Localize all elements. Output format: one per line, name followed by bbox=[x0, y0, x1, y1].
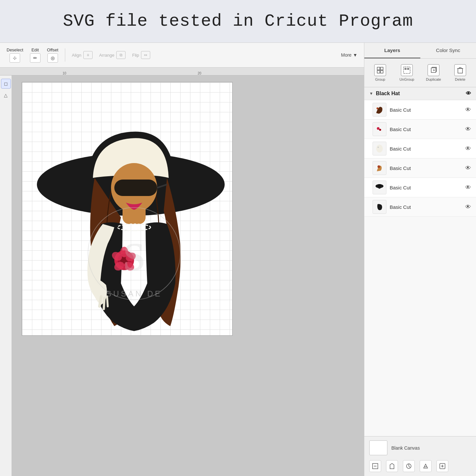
ungroup-button[interactable]: UnGroup bbox=[394, 63, 419, 83]
deselect-button[interactable]: Deselect ⊹ bbox=[7, 47, 23, 63]
svg-rect-21 bbox=[380, 67, 383, 70]
layer-eye-4[interactable]: 👁 bbox=[463, 163, 473, 173]
layer-name-6: Basic Cut bbox=[390, 204, 460, 210]
layer-thumb-4 bbox=[373, 161, 386, 175]
select-tool-btn[interactable]: ◻ bbox=[1, 79, 11, 89]
flip-button[interactable]: Flip ⇔ bbox=[132, 51, 150, 59]
arrange-label: Arrange bbox=[99, 53, 114, 58]
more-label: More bbox=[341, 52, 351, 58]
art-canvas: S SUSAN DE bbox=[22, 82, 233, 336]
deselect-label: Deselect bbox=[7, 47, 23, 52]
ungroup-icon bbox=[401, 64, 413, 76]
layer-thumb-2 bbox=[373, 122, 386, 136]
layer-group-header[interactable]: ▼ Black Hat 👁 bbox=[364, 87, 476, 100]
bottom-icon-1[interactable] bbox=[369, 460, 381, 472]
layer-thumb-3 bbox=[373, 142, 386, 155]
more-button[interactable]: More ▼ bbox=[341, 52, 357, 58]
layer-eye-5[interactable]: 👁 bbox=[463, 183, 473, 192]
layer-name-3: Basic Cut bbox=[390, 146, 460, 152]
bottom-icon-4[interactable] bbox=[420, 460, 432, 472]
top-banner: SVG file tested in Cricut Program bbox=[0, 0, 476, 43]
layer-item[interactable]: Basic Cut 👁 bbox=[364, 139, 476, 158]
blank-canvas-thumb bbox=[369, 440, 387, 455]
duplicate-button[interactable]: Duplicate bbox=[421, 63, 446, 83]
group-name: Black Hat bbox=[376, 91, 400, 97]
ruler-mark-20: 20 bbox=[198, 71, 201, 75]
delete-icon bbox=[454, 64, 466, 76]
delete-label: Delete bbox=[455, 77, 465, 81]
group-button[interactable]: Group bbox=[368, 63, 393, 83]
shape-tool-btn[interactable]: △ bbox=[1, 90, 11, 100]
flip-icon: ⇔ bbox=[141, 51, 150, 59]
separator-1 bbox=[65, 48, 65, 62]
svg-line-46 bbox=[409, 466, 410, 467]
svg-point-36 bbox=[379, 129, 381, 131]
arrange-icon: ⧉ bbox=[116, 51, 126, 59]
svg-rect-41 bbox=[378, 184, 381, 187]
svg-point-38 bbox=[378, 147, 379, 148]
duplicate-icon bbox=[428, 64, 439, 76]
svg-point-39 bbox=[378, 165, 380, 168]
tab-color-sync[interactable]: Color Sync bbox=[420, 43, 476, 58]
layer-name-5: Basic Cut bbox=[390, 185, 460, 190]
group-chevron-icon: ▼ bbox=[369, 91, 373, 96]
layers-list[interactable]: ▼ Black Hat 👁 Basic Cut 👁 bbox=[364, 87, 476, 436]
flip-label: Flip bbox=[132, 53, 139, 58]
group-eye-icon[interactable]: 👁 bbox=[466, 91, 471, 97]
svg-line-6 bbox=[104, 298, 104, 309]
right-panel: Layers Color Sync Group UnGroup bbox=[364, 43, 476, 476]
bottom-icon-2[interactable] bbox=[386, 460, 398, 472]
ruler-top: 10 20 bbox=[0, 68, 364, 75]
layer-item[interactable]: Basic Cut 👁 bbox=[364, 100, 476, 120]
canvas-work-area: ◻ △ bbox=[0, 75, 364, 476]
layer-eye-1[interactable]: 👁 bbox=[463, 105, 473, 114]
layer-thumb-5 bbox=[373, 181, 386, 194]
layer-item[interactable]: Basic Cut 👁 bbox=[364, 197, 476, 217]
panel-tabs: Layers Color Sync bbox=[364, 43, 476, 59]
blank-canvas-label: Blank Canvas bbox=[391, 445, 420, 451]
layer-eye-6[interactable]: 👁 bbox=[463, 202, 473, 211]
align-icon: ≡ bbox=[83, 51, 93, 59]
svg-rect-29 bbox=[458, 69, 462, 73]
more-chevron-icon: ▼ bbox=[353, 52, 357, 58]
delete-button[interactable]: Delete bbox=[448, 63, 473, 83]
svg-point-37 bbox=[376, 145, 383, 153]
svg-rect-3 bbox=[114, 180, 157, 196]
group-label: Group bbox=[375, 77, 385, 81]
offset-icon: ◎ bbox=[47, 53, 58, 63]
svg-point-35 bbox=[377, 127, 379, 130]
svg-text:S: S bbox=[123, 235, 145, 279]
bottom-icon-5[interactable] bbox=[436, 460, 448, 472]
arrange-button[interactable]: Arrange ⧉ bbox=[99, 51, 126, 59]
align-label: Align bbox=[72, 53, 81, 58]
panel-toolbar: Group UnGroup Duplicate Delete bbox=[364, 59, 476, 87]
ungroup-label: UnGroup bbox=[400, 77, 414, 81]
canvas-area: Deselect ⊹ Edit ✏ Offset ◎ Align ≡ Arran… bbox=[0, 43, 364, 476]
svg-rect-25 bbox=[405, 68, 406, 70]
toolbar: Deselect ⊹ Edit ✏ Offset ◎ Align ≡ Arran… bbox=[0, 43, 364, 68]
layer-eye-3[interactable]: 👁 bbox=[463, 144, 473, 153]
svg-point-8 bbox=[118, 224, 151, 231]
banner-title: SVG file tested in Cricut Program bbox=[63, 12, 413, 31]
layer-item[interactable]: Basic Cut 👁 bbox=[364, 178, 476, 197]
duplicate-label: Duplicate bbox=[426, 77, 441, 81]
layer-eye-2[interactable]: 👁 bbox=[463, 125, 473, 134]
edit-button[interactable]: Edit ✏ bbox=[30, 47, 41, 63]
svg-illustration: S SUSAN DE bbox=[29, 86, 226, 333]
layer-item[interactable]: Basic Cut 👁 bbox=[364, 158, 476, 178]
layer-thumb-1 bbox=[373, 103, 386, 117]
main-content: Deselect ⊹ Edit ✏ Offset ◎ Align ≡ Arran… bbox=[0, 43, 476, 476]
blank-canvas-item: Blank Canvas bbox=[369, 440, 471, 455]
svg-rect-20 bbox=[377, 67, 380, 70]
left-tool-strip: ◻ △ bbox=[0, 75, 12, 476]
tab-layers[interactable]: Layers bbox=[364, 43, 420, 58]
canvas-grid[interactable]: S SUSAN DE bbox=[12, 75, 364, 476]
group-icon bbox=[374, 64, 386, 76]
align-button[interactable]: Align ≡ bbox=[72, 51, 93, 59]
offset-button[interactable]: Offset ◎ bbox=[47, 47, 58, 63]
svg-point-34 bbox=[377, 107, 378, 109]
bottom-icon-3[interactable] bbox=[403, 460, 415, 472]
layer-item[interactable]: Basic Cut 👁 bbox=[364, 120, 476, 139]
svg-line-5 bbox=[99, 296, 101, 306]
layer-thumb-6 bbox=[373, 200, 386, 214]
